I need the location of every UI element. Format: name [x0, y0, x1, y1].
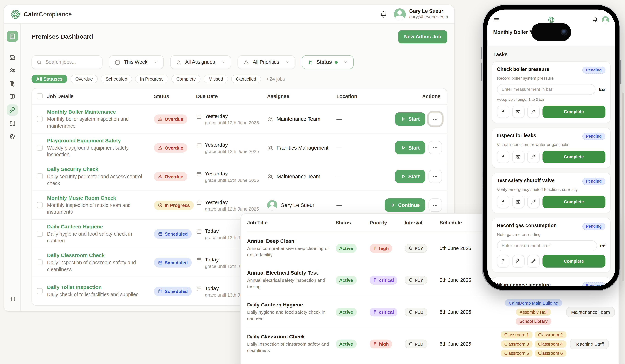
panel-icon	[9, 295, 16, 303]
flag-icon	[500, 109, 506, 115]
note-button[interactable]	[527, 151, 539, 163]
row-checkbox[interactable]	[37, 145, 43, 151]
play-icon	[390, 202, 395, 208]
job-title-link[interactable]: Daily Canteen Hygiene	[47, 224, 154, 230]
pencil-icon	[531, 154, 536, 159]
notifications-bell-icon[interactable]	[592, 17, 598, 23]
ellipsis-icon	[432, 116, 438, 122]
location-value: —	[336, 173, 375, 180]
task-title: Inspect for leaks	[497, 133, 536, 138]
status-tab-complete[interactable]: Complete	[171, 75, 201, 83]
flag-button[interactable]	[497, 151, 509, 163]
date-filter-dropdown[interactable]: This Week	[109, 56, 164, 69]
complete-button[interactable]: Complete	[542, 151, 605, 163]
new-adhoc-job-button[interactable]: New Adhoc Job	[398, 30, 447, 43]
job-title-link[interactable]: Monthly Music Room Check	[47, 195, 154, 201]
start-button[interactable]: Start	[395, 141, 425, 154]
sidebar-item-settings[interactable]	[6, 131, 18, 142]
due-date: Yesterday	[205, 142, 259, 148]
camera-button[interactable]	[512, 196, 524, 208]
job-title-link[interactable]: Monthly Boiler Maintenance	[47, 109, 154, 115]
row-checkbox[interactable]	[37, 288, 43, 294]
pending-badge: Pending	[582, 133, 605, 140]
more-actions-button[interactable]	[429, 170, 442, 183]
start-button[interactable]: Start	[395, 113, 425, 126]
flag-icon	[373, 310, 377, 314]
job-description: Weekly playground equipment safety inspe…	[47, 145, 145, 158]
notifications-bell-icon[interactable]	[379, 10, 387, 18]
location-tag: Classroom 6	[534, 349, 566, 357]
status-tab-missed[interactable]: Missed	[204, 75, 228, 83]
flag-button[interactable]	[497, 255, 509, 267]
user-menu[interactable]: Gary Le Sueur gary@heydocs.com	[394, 8, 448, 20]
chevron-down-icon	[153, 60, 158, 64]
complete-button[interactable]: Complete	[542, 255, 605, 267]
select-all-checkbox[interactable]	[37, 93, 43, 99]
brand[interactable]: CalmCompliance	[10, 9, 72, 19]
continue-button[interactable]: Continue	[385, 198, 425, 212]
status-tab-cancelled[interactable]: Cancelled	[231, 75, 261, 83]
due-date: Yesterday	[205, 113, 259, 119]
flag-button[interactable]	[497, 105, 509, 118]
row-checkbox[interactable]	[37, 202, 43, 208]
status-tab-overdue[interactable]: Overdue	[70, 75, 97, 83]
row-checkbox[interactable]	[37, 173, 43, 180]
sidebar-item-reports[interactable]	[6, 91, 18, 102]
template-title: Annual Electrical Safety Test	[247, 270, 336, 276]
status-tab-in-progress[interactable]: In Progress	[135, 75, 168, 83]
col-priority: Priority	[370, 220, 405, 225]
col-status: Status	[336, 220, 370, 225]
user-avatar[interactable]	[602, 16, 609, 23]
col-job-title: Job Title	[247, 220, 336, 225]
more-actions-button[interactable]	[429, 113, 442, 126]
sidebar-item-audits[interactable]	[6, 118, 18, 129]
measurement-input[interactable]: Enter measurement in bar	[497, 84, 596, 95]
menu-icon[interactable]	[493, 17, 499, 23]
job-title-link[interactable]: Daily Security Check	[47, 166, 154, 172]
search-input[interactable]: Search jobs...	[31, 56, 102, 69]
camera-button[interactable]	[512, 255, 524, 267]
camera-button[interactable]	[512, 105, 524, 118]
template-title: Daily Canteen Hygiene	[247, 302, 336, 308]
complete-button[interactable]: Complete	[542, 196, 605, 208]
note-button[interactable]	[527, 196, 539, 208]
job-title-link[interactable]: Playground Equipment Safety	[47, 138, 154, 144]
chevron-down-icon	[221, 60, 226, 64]
sidebar-collapse-button[interactable]	[6, 293, 18, 304]
camera-button[interactable]	[512, 151, 524, 163]
more-actions-button[interactable]	[429, 141, 442, 154]
row-checkbox[interactable]	[37, 259, 43, 266]
camera-icon	[515, 109, 521, 115]
sort-dropdown[interactable]: Status	[302, 56, 354, 69]
col-actions: Actions	[375, 93, 442, 99]
row-checkbox[interactable]	[37, 116, 43, 122]
status-tab-scheduled[interactable]: Scheduled	[101, 75, 132, 83]
page-scrollbar[interactable]	[622, 92, 624, 281]
camera-icon	[515, 258, 521, 264]
start-button[interactable]: Start	[395, 170, 425, 183]
play-icon	[400, 116, 406, 121]
sidebar-item-library[interactable]	[6, 78, 18, 89]
sidebar-item-inbox[interactable]	[6, 52, 18, 63]
sidebar-item-maintenance[interactable]	[6, 104, 18, 116]
task-description: Verify emergency shutoff functions corre…	[497, 187, 605, 192]
job-title-link[interactable]: Daily Classroom Check	[47, 252, 154, 258]
priority-filter-dropdown[interactable]: All Priorities	[238, 56, 295, 69]
sidebar-item-team[interactable]	[6, 65, 18, 76]
note-button[interactable]	[527, 105, 539, 118]
measurement-input[interactable]: Enter measurement in m³	[497, 240, 597, 251]
complete-button[interactable]: Complete	[542, 105, 605, 118]
sidebar-item-premises[interactable]	[6, 31, 18, 42]
library-icon	[9, 80, 16, 87]
task-description: Visual inspection for water or gas leaks	[497, 142, 605, 147]
grace-period: grace until 12th June 2025	[205, 149, 259, 154]
assignee-filter-dropdown[interactable]: All Assignees	[170, 56, 231, 69]
location-tag: CalmDemo Main Building	[505, 299, 562, 306]
row-checkbox[interactable]	[37, 231, 43, 237]
job-title-link[interactable]: Daily Toilet Inspection	[47, 284, 154, 290]
flag-button[interactable]	[497, 196, 509, 208]
note-button[interactable]	[527, 255, 539, 267]
more-actions-button[interactable]	[429, 198, 442, 212]
team-icon	[267, 116, 273, 122]
status-tab-all[interactable]: All Statuses	[31, 75, 67, 83]
